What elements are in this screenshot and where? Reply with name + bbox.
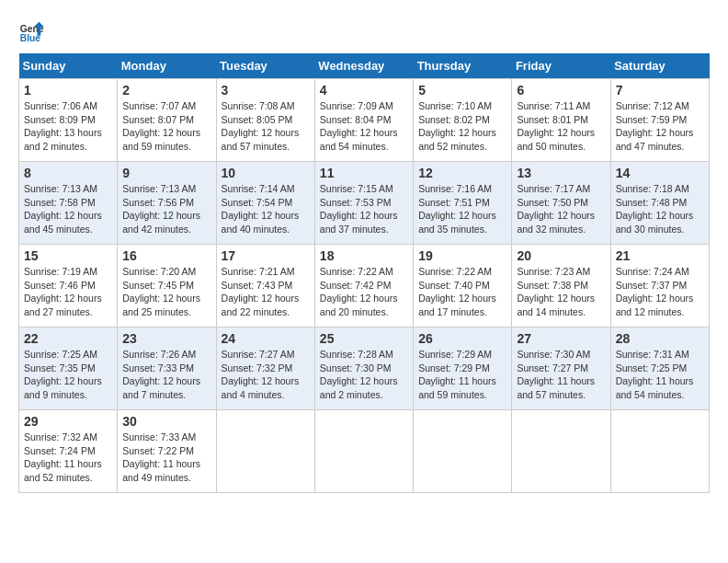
calendar-week-3: 15Sunrise: 7:19 AM Sunset: 7:46 PM Dayli…	[19, 245, 710, 327]
day-number: 8	[24, 166, 112, 180]
header-friday: Friday	[512, 53, 610, 79]
day-number: 6	[517, 83, 605, 98]
day-number: 17	[222, 248, 310, 263]
day-info: Sunrise: 7:31 AM Sunset: 7:25 PM Dayligh…	[616, 348, 704, 402]
day-number: 15	[24, 248, 112, 263]
day-info: Sunrise: 7:26 AM Sunset: 7:33 PM Dayligh…	[122, 348, 210, 402]
calendar-cell: 12Sunrise: 7:16 AM Sunset: 7:51 PM Dayli…	[414, 162, 512, 245]
calendar-cell	[414, 410, 512, 493]
calendar-cell: 24Sunrise: 7:27 AM Sunset: 7:32 PM Dayli…	[216, 327, 314, 410]
calendar-cell: 29Sunrise: 7:32 AM Sunset: 7:24 PM Dayli…	[19, 410, 118, 493]
calendar-cell: 17Sunrise: 7:21 AM Sunset: 7:43 PM Dayli…	[216, 245, 314, 327]
day-info: Sunrise: 7:27 AM Sunset: 7:32 PM Dayligh…	[222, 348, 310, 402]
calendar-cell: 21Sunrise: 7:24 AM Sunset: 7:37 PM Dayli…	[610, 245, 709, 327]
calendar-week-1: 1Sunrise: 7:06 AM Sunset: 8:09 PM Daylig…	[19, 79, 710, 162]
day-info: Sunrise: 7:22 AM Sunset: 7:40 PM Dayligh…	[418, 265, 506, 319]
calendar-cell: 14Sunrise: 7:18 AM Sunset: 7:48 PM Dayli…	[610, 162, 709, 245]
calendar-cell: 9Sunrise: 7:13 AM Sunset: 7:56 PM Daylig…	[118, 162, 216, 245]
day-number: 16	[122, 248, 210, 263]
day-info: Sunrise: 7:30 AM Sunset: 7:27 PM Dayligh…	[517, 348, 605, 402]
day-info: Sunrise: 7:09 AM Sunset: 8:04 PM Dayligh…	[320, 99, 408, 154]
header-tuesday: Tuesday	[216, 53, 314, 79]
day-number: 22	[24, 331, 112, 346]
day-number: 14	[616, 166, 704, 180]
day-number: 27	[517, 331, 605, 346]
day-info: Sunrise: 7:28 AM Sunset: 7:30 PM Dayligh…	[320, 348, 408, 402]
day-info: Sunrise: 7:32 AM Sunset: 7:24 PM Dayligh…	[24, 431, 112, 485]
day-info: Sunrise: 7:17 AM Sunset: 7:50 PM Dayligh…	[517, 182, 605, 236]
calendar-cell: 1Sunrise: 7:06 AM Sunset: 8:09 PM Daylig…	[19, 79, 118, 162]
day-info: Sunrise: 7:24 AM Sunset: 7:37 PM Dayligh…	[616, 265, 704, 319]
calendar-week-4: 22Sunrise: 7:25 AM Sunset: 7:35 PM Dayli…	[19, 327, 710, 410]
calendar-table: SundayMondayTuesdayWednesdayThursdayFrid…	[18, 53, 710, 493]
calendar-cell: 22Sunrise: 7:25 AM Sunset: 7:35 PM Dayli…	[19, 327, 118, 410]
day-number: 11	[320, 166, 408, 180]
day-info: Sunrise: 7:07 AM Sunset: 8:07 PM Dayligh…	[122, 99, 210, 154]
calendar-cell: 11Sunrise: 7:15 AM Sunset: 7:53 PM Dayli…	[314, 162, 413, 245]
day-info: Sunrise: 7:29 AM Sunset: 7:29 PM Dayligh…	[418, 348, 506, 402]
header-wednesday: Wednesday	[314, 53, 413, 79]
calendar-cell	[610, 410, 709, 493]
day-info: Sunrise: 7:33 AM Sunset: 7:22 PM Dayligh…	[122, 431, 210, 485]
day-number: 20	[517, 248, 605, 263]
header-monday: Monday	[118, 53, 216, 79]
calendar-cell: 8Sunrise: 7:13 AM Sunset: 7:58 PM Daylig…	[19, 162, 118, 245]
day-info: Sunrise: 7:25 AM Sunset: 7:35 PM Dayligh…	[24, 348, 112, 402]
logo: General Blue	[18, 18, 48, 44]
calendar-cell: 3Sunrise: 7:08 AM Sunset: 8:05 PM Daylig…	[216, 79, 314, 162]
day-info: Sunrise: 7:23 AM Sunset: 7:38 PM Dayligh…	[517, 265, 605, 319]
calendar-cell: 23Sunrise: 7:26 AM Sunset: 7:33 PM Dayli…	[118, 327, 216, 410]
day-number: 9	[122, 166, 210, 180]
day-number: 21	[616, 248, 704, 263]
calendar-cell: 26Sunrise: 7:29 AM Sunset: 7:29 PM Dayli…	[414, 327, 512, 410]
calendar-header-row: SundayMondayTuesdayWednesdayThursdayFrid…	[19, 53, 710, 79]
day-info: Sunrise: 7:13 AM Sunset: 7:58 PM Dayligh…	[24, 182, 112, 236]
header-sunday: Sunday	[19, 53, 118, 79]
day-number: 7	[616, 83, 704, 98]
day-number: 29	[24, 414, 112, 429]
day-info: Sunrise: 7:14 AM Sunset: 7:54 PM Dayligh…	[222, 182, 310, 236]
calendar-cell: 16Sunrise: 7:20 AM Sunset: 7:45 PM Dayli…	[118, 245, 216, 327]
day-info: Sunrise: 7:06 AM Sunset: 8:09 PM Dayligh…	[24, 99, 112, 154]
calendar-cell: 15Sunrise: 7:19 AM Sunset: 7:46 PM Dayli…	[19, 245, 118, 327]
day-number: 26	[418, 331, 506, 346]
day-info: Sunrise: 7:13 AM Sunset: 7:56 PM Dayligh…	[122, 182, 210, 236]
page-header: General Blue	[18, 18, 710, 44]
day-number: 30	[122, 414, 210, 429]
calendar-cell: 7Sunrise: 7:12 AM Sunset: 7:59 PM Daylig…	[610, 79, 709, 162]
day-number: 25	[320, 331, 408, 346]
day-info: Sunrise: 7:22 AM Sunset: 7:42 PM Dayligh…	[320, 265, 408, 319]
calendar-cell	[216, 410, 314, 493]
day-number: 10	[222, 166, 310, 180]
calendar-cell: 25Sunrise: 7:28 AM Sunset: 7:30 PM Dayli…	[314, 327, 413, 410]
calendar-week-5: 29Sunrise: 7:32 AM Sunset: 7:24 PM Dayli…	[19, 410, 710, 493]
calendar-cell	[512, 410, 610, 493]
calendar-cell	[314, 410, 413, 493]
calendar-cell: 2Sunrise: 7:07 AM Sunset: 8:07 PM Daylig…	[118, 79, 216, 162]
day-number: 18	[320, 248, 408, 263]
day-info: Sunrise: 7:16 AM Sunset: 7:51 PM Dayligh…	[418, 182, 506, 236]
day-info: Sunrise: 7:19 AM Sunset: 7:46 PM Dayligh…	[24, 265, 112, 319]
day-number: 4	[320, 83, 408, 98]
calendar-cell: 18Sunrise: 7:22 AM Sunset: 7:42 PM Dayli…	[314, 245, 413, 327]
calendar-cell: 27Sunrise: 7:30 AM Sunset: 7:27 PM Dayli…	[512, 327, 610, 410]
calendar-cell: 10Sunrise: 7:14 AM Sunset: 7:54 PM Dayli…	[216, 162, 314, 245]
header-saturday: Saturday	[610, 53, 709, 79]
calendar-cell: 5Sunrise: 7:10 AM Sunset: 8:02 PM Daylig…	[414, 79, 512, 162]
day-info: Sunrise: 7:20 AM Sunset: 7:45 PM Dayligh…	[122, 265, 210, 319]
calendar-cell: 20Sunrise: 7:23 AM Sunset: 7:38 PM Dayli…	[512, 245, 610, 327]
header-thursday: Thursday	[414, 53, 512, 79]
day-number: 19	[418, 248, 506, 263]
day-number: 12	[418, 166, 506, 180]
day-number: 5	[418, 83, 506, 98]
logo-icon: General Blue	[18, 18, 44, 44]
calendar-cell: 28Sunrise: 7:31 AM Sunset: 7:25 PM Dayli…	[610, 327, 709, 410]
day-number: 1	[24, 83, 112, 98]
day-info: Sunrise: 7:11 AM Sunset: 8:01 PM Dayligh…	[517, 99, 605, 154]
day-number: 28	[616, 331, 704, 346]
day-info: Sunrise: 7:15 AM Sunset: 7:53 PM Dayligh…	[320, 182, 408, 236]
day-number: 23	[122, 331, 210, 346]
day-info: Sunrise: 7:21 AM Sunset: 7:43 PM Dayligh…	[222, 265, 310, 319]
calendar-cell: 6Sunrise: 7:11 AM Sunset: 8:01 PM Daylig…	[512, 79, 610, 162]
calendar-cell: 30Sunrise: 7:33 AM Sunset: 7:22 PM Dayli…	[118, 410, 216, 493]
